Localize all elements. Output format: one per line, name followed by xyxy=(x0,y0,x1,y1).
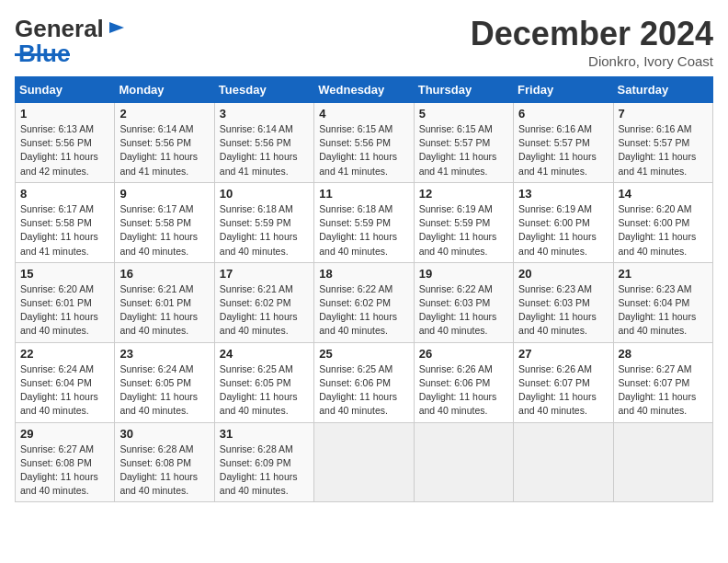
calendar-cell: 8 Sunrise: 6:17 AM Sunset: 5:58 PM Dayli… xyxy=(16,182,115,262)
calendar-cell: 26 Sunrise: 6:26 AM Sunset: 6:06 PM Dayl… xyxy=(414,342,513,422)
day-info: Sunrise: 6:23 AM Sunset: 6:04 PM Dayligh… xyxy=(619,282,708,339)
day-info: Sunrise: 6:14 AM Sunset: 5:56 PM Dayligh… xyxy=(220,122,309,178)
day-number: 6 xyxy=(518,107,608,121)
day-info: Sunrise: 6:27 AM Sunset: 6:08 PM Dayligh… xyxy=(20,442,109,499)
day-number: 12 xyxy=(419,187,508,201)
calendar-week-row: 22 Sunrise: 6:24 AM Sunset: 6:04 PM Dayl… xyxy=(16,342,713,422)
day-info: Sunrise: 6:27 AM Sunset: 6:07 PM Dayligh… xyxy=(619,362,708,419)
day-number: 31 xyxy=(220,427,309,441)
calendar-cell: 15 Sunrise: 6:20 AM Sunset: 6:01 PM Dayl… xyxy=(16,262,115,342)
calendar-cell: 23 Sunrise: 6:24 AM Sunset: 6:05 PM Dayl… xyxy=(115,342,214,422)
calendar-cell: 9 Sunrise: 6:17 AM Sunset: 5:58 PM Dayli… xyxy=(115,182,214,262)
day-info: Sunrise: 6:20 AM Sunset: 6:01 PM Dayligh… xyxy=(20,282,109,339)
day-of-week-header: Thursday xyxy=(414,77,513,103)
calendar-cell xyxy=(414,422,513,502)
calendar-cell xyxy=(514,422,613,502)
day-info: Sunrise: 6:22 AM Sunset: 6:03 PM Dayligh… xyxy=(419,282,508,339)
day-info: Sunrise: 6:14 AM Sunset: 5:56 PM Dayligh… xyxy=(119,122,209,178)
calendar-cell: 2 Sunrise: 6:14 AM Sunset: 5:56 PM Dayli… xyxy=(115,103,214,183)
day-info: Sunrise: 6:21 AM Sunset: 6:02 PM Dayligh… xyxy=(220,282,309,339)
day-number: 4 xyxy=(319,107,408,121)
calendar-cell: 12 Sunrise: 6:19 AM Sunset: 5:59 PM Dayl… xyxy=(414,182,513,262)
day-info: Sunrise: 6:15 AM Sunset: 5:56 PM Dayligh… xyxy=(319,122,408,178)
day-number: 22 xyxy=(20,347,109,361)
day-info: Sunrise: 6:15 AM Sunset: 5:57 PM Dayligh… xyxy=(419,122,508,178)
day-info: Sunrise: 6:17 AM Sunset: 5:58 PM Dayligh… xyxy=(20,202,109,259)
day-info: Sunrise: 6:21 AM Sunset: 6:01 PM Dayligh… xyxy=(119,282,209,339)
calendar-week-row: 15 Sunrise: 6:20 AM Sunset: 6:01 PM Dayl… xyxy=(16,262,713,342)
day-of-week-header: Saturday xyxy=(613,77,712,103)
day-of-week-header: Wednesday xyxy=(314,77,414,103)
day-number: 11 xyxy=(319,187,408,201)
day-number: 23 xyxy=(119,347,209,361)
calendar-cell: 14 Sunrise: 6:20 AM Sunset: 6:00 PM Dayl… xyxy=(613,182,712,262)
day-info: Sunrise: 6:22 AM Sunset: 6:02 PM Dayligh… xyxy=(319,282,408,339)
day-of-week-header: Tuesday xyxy=(214,77,313,103)
day-info: Sunrise: 6:23 AM Sunset: 6:03 PM Dayligh… xyxy=(518,282,608,339)
day-number: 18 xyxy=(319,267,408,281)
day-number: 16 xyxy=(119,267,209,281)
header-row: SundayMondayTuesdayWednesdayThursdayFrid… xyxy=(16,77,713,103)
calendar-week-row: 8 Sunrise: 6:17 AM Sunset: 5:58 PM Dayli… xyxy=(16,182,713,262)
calendar-cell: 29 Sunrise: 6:27 AM Sunset: 6:08 PM Dayl… xyxy=(16,422,115,502)
day-number: 1 xyxy=(20,107,109,121)
calendar-cell: 11 Sunrise: 6:18 AM Sunset: 5:59 PM Dayl… xyxy=(314,182,414,262)
day-info: Sunrise: 6:28 AM Sunset: 6:08 PM Dayligh… xyxy=(119,442,209,499)
calendar-cell xyxy=(613,422,712,502)
day-number: 8 xyxy=(20,187,109,201)
day-info: Sunrise: 6:28 AM Sunset: 6:09 PM Dayligh… xyxy=(220,442,309,499)
day-info: Sunrise: 6:24 AM Sunset: 6:05 PM Dayligh… xyxy=(119,362,209,419)
day-number: 25 xyxy=(319,347,408,361)
day-number: 26 xyxy=(419,347,508,361)
month-title: December 2024 xyxy=(471,15,713,53)
calendar-cell: 17 Sunrise: 6:21 AM Sunset: 6:02 PM Dayl… xyxy=(214,262,313,342)
day-info: Sunrise: 6:19 AM Sunset: 6:00 PM Dayligh… xyxy=(518,202,608,259)
day-info: Sunrise: 6:20 AM Sunset: 6:00 PM Dayligh… xyxy=(619,202,708,259)
svg-marker-0 xyxy=(109,22,124,33)
calendar-cell: 21 Sunrise: 6:23 AM Sunset: 6:04 PM Dayl… xyxy=(613,262,712,342)
calendar-header: SundayMondayTuesdayWednesdayThursdayFrid… xyxy=(16,77,713,103)
day-number: 2 xyxy=(119,107,209,121)
day-number: 27 xyxy=(518,347,608,361)
calendar-cell xyxy=(314,422,414,502)
day-info: Sunrise: 6:25 AM Sunset: 6:06 PM Dayligh… xyxy=(319,362,408,419)
day-info: Sunrise: 6:13 AM Sunset: 5:56 PM Dayligh… xyxy=(20,122,109,178)
day-info: Sunrise: 6:19 AM Sunset: 5:59 PM Dayligh… xyxy=(419,202,508,259)
day-number: 21 xyxy=(619,267,708,281)
title-area: December 2024 Dionkro, Ivory Coast xyxy=(471,15,713,69)
calendar-cell: 3 Sunrise: 6:14 AM Sunset: 5:56 PM Dayli… xyxy=(214,103,313,183)
calendar-cell: 30 Sunrise: 6:28 AM Sunset: 6:08 PM Dayl… xyxy=(115,422,214,502)
calendar-cell: 28 Sunrise: 6:27 AM Sunset: 6:07 PM Dayl… xyxy=(613,342,712,422)
day-info: Sunrise: 6:16 AM Sunset: 5:57 PM Dayligh… xyxy=(619,122,708,178)
day-number: 17 xyxy=(220,267,309,281)
day-number: 29 xyxy=(20,427,109,441)
calendar-cell: 6 Sunrise: 6:16 AM Sunset: 5:57 PM Dayli… xyxy=(514,103,613,183)
day-info: Sunrise: 6:18 AM Sunset: 5:59 PM Dayligh… xyxy=(220,202,309,259)
header: General Blue December 2024 Dionkro, Ivor… xyxy=(15,15,713,69)
day-number: 10 xyxy=(220,187,309,201)
calendar-week-row: 29 Sunrise: 6:27 AM Sunset: 6:08 PM Dayl… xyxy=(16,422,713,502)
day-number: 14 xyxy=(619,187,708,201)
day-info: Sunrise: 6:18 AM Sunset: 5:59 PM Dayligh… xyxy=(319,202,408,259)
calendar-cell: 7 Sunrise: 6:16 AM Sunset: 5:57 PM Dayli… xyxy=(613,103,712,183)
day-number: 7 xyxy=(619,107,708,121)
calendar-cell: 20 Sunrise: 6:23 AM Sunset: 6:03 PM Dayl… xyxy=(514,262,613,342)
day-number: 19 xyxy=(419,267,508,281)
calendar-cell: 16 Sunrise: 6:21 AM Sunset: 6:01 PM Dayl… xyxy=(115,262,214,342)
day-number: 28 xyxy=(619,347,708,361)
calendar-cell: 19 Sunrise: 6:22 AM Sunset: 6:03 PM Dayl… xyxy=(414,262,513,342)
day-info: Sunrise: 6:24 AM Sunset: 6:04 PM Dayligh… xyxy=(20,362,109,419)
day-number: 3 xyxy=(220,107,309,121)
calendar-cell: 24 Sunrise: 6:25 AM Sunset: 6:05 PM Dayl… xyxy=(214,342,313,422)
day-of-week-header: Monday xyxy=(115,77,214,103)
calendar-cell: 4 Sunrise: 6:15 AM Sunset: 5:56 PM Dayli… xyxy=(314,103,414,183)
calendar-week-row: 1 Sunrise: 6:13 AM Sunset: 5:56 PM Dayli… xyxy=(16,103,713,183)
calendar-cell: 31 Sunrise: 6:28 AM Sunset: 6:09 PM Dayl… xyxy=(214,422,313,502)
calendar-cell: 25 Sunrise: 6:25 AM Sunset: 6:06 PM Dayl… xyxy=(314,342,414,422)
calendar: SundayMondayTuesdayWednesdayThursdayFrid… xyxy=(15,76,713,502)
day-info: Sunrise: 6:25 AM Sunset: 6:05 PM Dayligh… xyxy=(220,362,309,419)
day-number: 15 xyxy=(20,267,109,281)
day-info: Sunrise: 6:26 AM Sunset: 6:07 PM Dayligh… xyxy=(518,362,608,419)
calendar-cell: 5 Sunrise: 6:15 AM Sunset: 5:57 PM Dayli… xyxy=(414,103,513,183)
day-info: Sunrise: 6:16 AM Sunset: 5:57 PM Dayligh… xyxy=(518,122,608,178)
